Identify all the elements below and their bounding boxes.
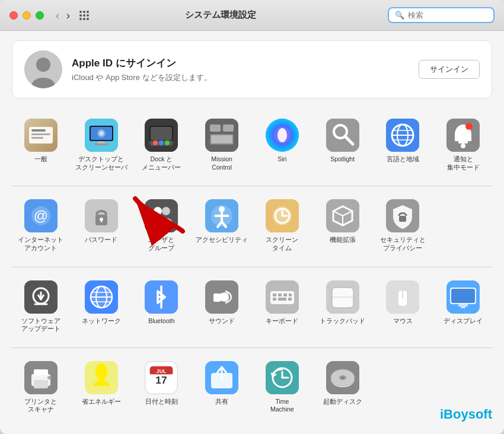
pref-timemachine[interactable]: TimeMachine xyxy=(253,355,311,419)
pref-startup[interactable]: 起動ディスク xyxy=(314,355,372,419)
pref-access[interactable]: アクセシビリティ xyxy=(193,193,251,257)
pref-datetime[interactable]: JUL 17 日付と時刻 xyxy=(133,355,191,419)
security-label: セキュリティとプライバシー xyxy=(380,236,426,252)
svg-rect-6 xyxy=(31,133,50,135)
svg-rect-5 xyxy=(31,129,46,132)
profile-section: Apple ID にサインイン iCloud や App Store などを設定… xyxy=(12,40,492,98)
svg-point-14 xyxy=(99,131,104,136)
svg-point-1 xyxy=(36,58,50,72)
divider-2 xyxy=(12,267,492,267)
mouse-label: マウス xyxy=(393,317,413,326)
internet-icon: @ xyxy=(24,199,58,232)
dock-label: Dock とメニューバー xyxy=(142,155,181,171)
general-icon xyxy=(24,119,58,152)
svg-rect-40 xyxy=(458,141,468,143)
pref-password[interactable]: パスワード xyxy=(72,193,130,257)
pref-sound[interactable]: サウンド xyxy=(193,275,251,338)
svg-point-19 xyxy=(153,141,158,145)
pref-security[interactable]: セキュリティとプライバシー xyxy=(374,193,432,257)
siri-icon xyxy=(266,119,299,152)
svg-rect-23 xyxy=(210,125,221,132)
svg-point-41 xyxy=(461,143,465,148)
desktop-label: デスクトップとスクリーンセーバ xyxy=(75,155,127,171)
svg-rect-7 xyxy=(31,137,43,139)
pref-desktop[interactable]: デスクトップとスクリーンセーバ xyxy=(72,113,130,176)
svg-rect-90 xyxy=(273,293,276,296)
pref-mouse[interactable]: マウス xyxy=(374,275,432,338)
users-icon xyxy=(145,199,178,232)
startup-icon xyxy=(326,361,359,394)
energy-icon xyxy=(85,361,118,394)
pref-spotlight[interactable]: Spotlight xyxy=(314,113,372,176)
svg-rect-98 xyxy=(332,288,353,308)
svg-point-53 xyxy=(162,207,170,215)
svg-rect-87 xyxy=(213,293,221,302)
pref-software[interactable]: ソフトウェアアップデート xyxy=(12,275,70,338)
datetime-label: 日付と時刻 xyxy=(145,398,178,406)
svg-rect-104 xyxy=(451,289,475,303)
screen-label: スクリーンタイム xyxy=(266,236,298,252)
profile-title: Apple ID にサインイン xyxy=(72,56,409,70)
pref-screen[interactable]: スクリーンタイム xyxy=(253,193,311,257)
pref-sharing[interactable]: 共有 xyxy=(193,355,251,419)
search-icon: 🔍 xyxy=(395,11,404,20)
svg-rect-70 xyxy=(399,216,406,222)
password-icon xyxy=(85,199,118,232)
svg-rect-95 xyxy=(278,298,286,301)
pref-extensions[interactable]: 機能拡張 xyxy=(314,193,372,257)
timemachine-label: TimeMachine xyxy=(270,398,294,414)
minimize-button[interactable] xyxy=(23,11,31,20)
pref-mission[interactable]: MissionControl xyxy=(193,113,251,176)
energy-label: 省エネルギー xyxy=(82,398,121,406)
svg-rect-93 xyxy=(289,293,292,296)
pref-notify[interactable]: 通知と集中モード xyxy=(434,113,492,176)
pref-users[interactable]: ユーザとグループ xyxy=(133,193,191,257)
svg-rect-105 xyxy=(458,304,468,307)
users-label: ユーザとグループ xyxy=(148,236,174,252)
pref-language[interactable]: 言語と地域 xyxy=(374,113,432,176)
bluetooth-label: Bluetooth xyxy=(148,317,174,326)
svg-point-111 xyxy=(47,376,51,379)
spotlight-icon xyxy=(326,119,359,152)
close-button[interactable] xyxy=(9,11,18,20)
maximize-button[interactable] xyxy=(36,11,44,20)
access-icon xyxy=(205,199,238,232)
pref-bluetooth[interactable]: Bluetooth xyxy=(133,275,191,338)
svg-point-21 xyxy=(165,141,170,145)
pref-general[interactable]: 一般 xyxy=(12,113,70,176)
pref-dock[interactable]: Dock とメニューバー xyxy=(133,113,191,176)
security-icon xyxy=(386,199,419,232)
sharing-icon xyxy=(205,361,238,394)
svg-rect-17 xyxy=(151,127,172,140)
profile-subtitle: iCloud や App Store などを設定します。 xyxy=(72,72,409,83)
pref-internet[interactable]: @ インターネットアカウント xyxy=(12,193,70,257)
svg-rect-49 xyxy=(101,219,102,222)
pref-energy[interactable]: 省エネルギー xyxy=(72,355,130,419)
svg-rect-109 xyxy=(34,380,48,388)
svg-rect-110 xyxy=(34,369,48,375)
personal-grid: 一般 xyxy=(12,113,492,176)
signin-button[interactable]: サインイン xyxy=(419,60,480,79)
pref-trackpad[interactable]: トラックパッド xyxy=(314,275,372,338)
datetime-icon: JUL 17 xyxy=(145,361,178,394)
search-input[interactable] xyxy=(408,11,487,20)
svg-rect-96 xyxy=(288,298,292,301)
startup-label: 起動ディスク xyxy=(323,398,362,406)
svg-rect-11 xyxy=(98,141,105,143)
internet-label: インターネットアカウント xyxy=(18,236,63,252)
password-label: パスワード xyxy=(85,236,117,244)
pref-network[interactable]: ネットワーク xyxy=(72,275,130,338)
bluetooth-icon xyxy=(145,280,178,314)
pref-keyboard[interactable]: キーボード xyxy=(253,275,311,338)
pref-display[interactable]: ディスプレイ xyxy=(434,275,492,338)
language-icon xyxy=(386,119,419,152)
pref-printer[interactable]: プリンタとスキャナ xyxy=(12,355,70,419)
svg-point-132 xyxy=(342,376,344,378)
keyboard-label: キーボード xyxy=(266,317,298,326)
svg-rect-92 xyxy=(283,293,287,296)
search-box[interactable]: 🔍 xyxy=(388,7,495,23)
svg-rect-24 xyxy=(223,125,234,132)
pref-siri[interactable]: Siri xyxy=(253,113,311,176)
svg-point-42 xyxy=(465,123,473,130)
divider-1 xyxy=(12,186,492,186)
